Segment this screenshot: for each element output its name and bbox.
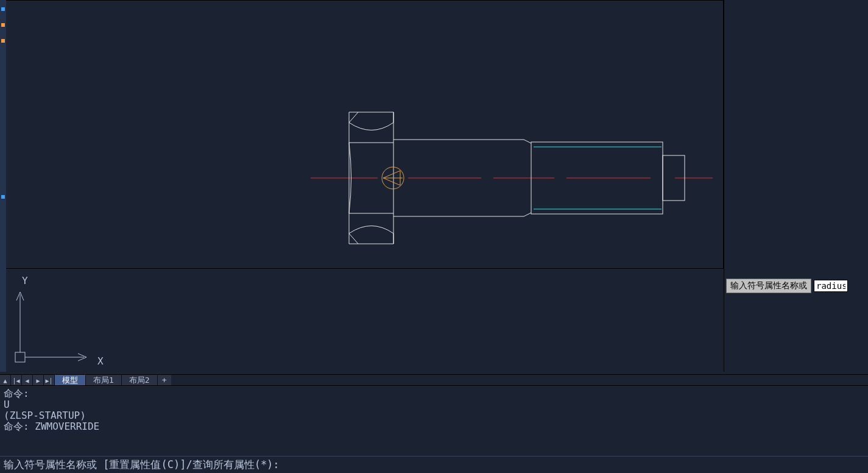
command-prompt: 输入符号属性名称或 [重置属性值(C)]/查询所有属性(*): (4, 458, 280, 472)
svg-line-14 (524, 213, 531, 216)
tab-model[interactable]: 模型 (55, 375, 86, 385)
layer-dot (1, 23, 5, 27)
tab-layout1[interactable]: 布局1 (86, 375, 122, 385)
svg-line-7 (349, 112, 358, 123)
svg-line-13 (524, 140, 531, 143)
layer-dot (1, 7, 5, 11)
layer-dot (1, 195, 5, 199)
command-line[interactable]: 输入符号属性名称或 [重置属性值(C)]/查询所有属性(*): (0, 456, 868, 473)
dynamic-input-group: 输入符号属性名称或 (726, 279, 848, 293)
left-toolbar-strip (0, 0, 6, 372)
tab-prev-icon[interactable]: ◀ (22, 375, 33, 386)
side-panel (724, 0, 868, 372)
ucs-y-label: Y (22, 275, 28, 286)
command-history: 命令: U (ZLSP-STARTUP) 命令: ZWMOVERRIDE (0, 385, 868, 453)
dynamic-prompt-tooltip: 输入符号属性名称或 (726, 279, 811, 293)
layout-tab-bar: ▲ |◀ ◀ ▶ ▶| 模型 布局1 布局2 + (0, 374, 868, 385)
drawing-viewport[interactable] (6, 0, 724, 268)
dynamic-input-field[interactable] (814, 280, 848, 292)
tab-scroll-up-icon[interactable]: ▲ (0, 375, 11, 386)
command-input[interactable] (280, 459, 864, 471)
drawing-canvas[interactable] (6, 1, 724, 269)
tab-add-button[interactable]: + (158, 375, 171, 385)
ucs-viewport[interactable]: Y X (6, 268, 724, 372)
tab-layout2[interactable]: 布局2 (122, 375, 158, 385)
cmd-history-line: U (4, 399, 864, 410)
tab-next-icon[interactable]: ▶ (33, 375, 44, 386)
layer-dot (1, 39, 5, 43)
tab-last-icon[interactable]: ▶| (44, 375, 55, 386)
svg-line-8 (349, 233, 358, 244)
ucs-icon (6, 269, 724, 372)
tab-first-icon[interactable]: |◀ (11, 375, 22, 386)
cmd-history-line: 命令: ZWMOVERRIDE (4, 421, 864, 432)
cmd-history-line: 命令: (4, 388, 864, 399)
cmd-history-line: (ZLSP-STARTUP) (4, 410, 864, 421)
svg-rect-21 (15, 352, 25, 362)
ucs-x-label: X (97, 355, 104, 367)
